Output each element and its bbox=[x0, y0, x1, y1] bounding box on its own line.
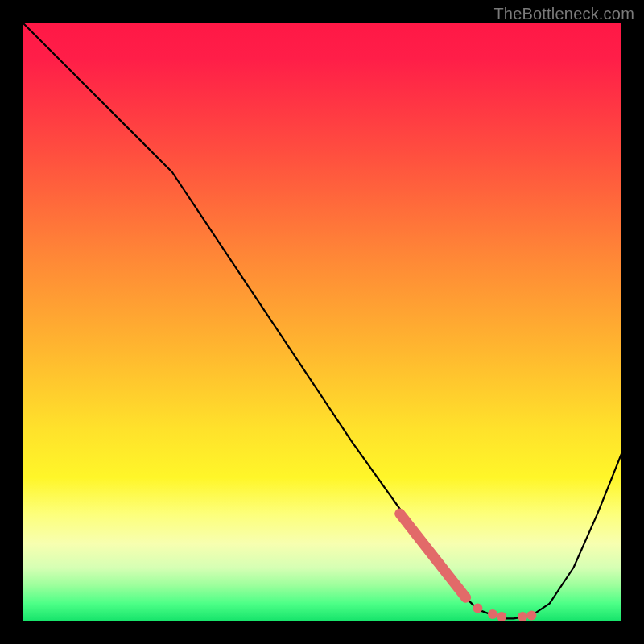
highlight-dot bbox=[497, 612, 506, 621]
watermark-label: TheBottleneck.com bbox=[493, 5, 634, 23]
highlight-dot bbox=[526, 611, 536, 621]
chart-frame: TheBottleneck.com bbox=[0, 0, 644, 644]
highlight-dots-group bbox=[473, 604, 536, 621]
highlight-segment bbox=[400, 514, 466, 597]
bottleneck-curve-path bbox=[23, 23, 621, 618]
chart-plot-area bbox=[23, 23, 621, 621]
highlight-dot bbox=[473, 604, 482, 613]
highlight-dot bbox=[518, 612, 527, 621]
chart-overlay-svg bbox=[23, 23, 621, 621]
highlight-dot bbox=[488, 609, 497, 619]
